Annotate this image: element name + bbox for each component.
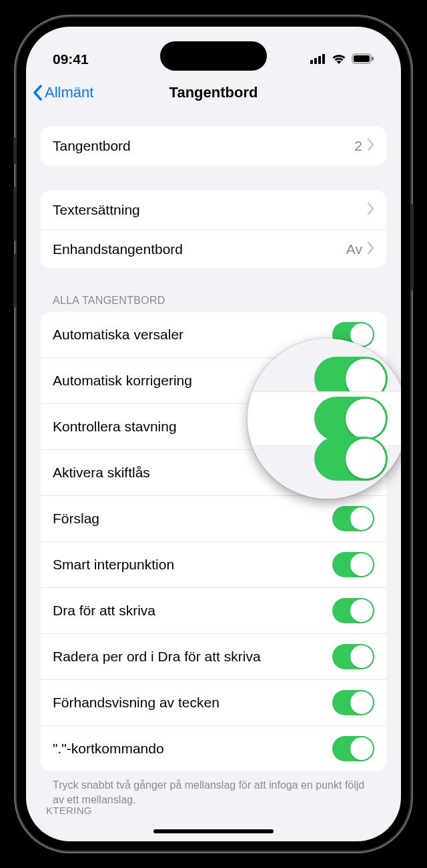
chevron-right-icon <box>368 202 374 218</box>
magnified-toggle-icon <box>314 397 388 441</box>
side-button <box>13 137 17 164</box>
iphone-frame: 09:41 Allmänt Tangentbord <box>17 17 410 851</box>
chevron-right-icon <box>368 241 374 257</box>
battery-icon <box>352 51 374 67</box>
magnified-row-auto-correction <box>248 391 401 445</box>
row-one-handed-keyboard[interactable]: Enhandstangentbord Av <box>41 229 386 268</box>
svg-rect-1 <box>314 58 317 64</box>
wifi-icon <box>332 51 346 67</box>
toggle-switch[interactable] <box>332 736 374 761</box>
row-label: Automatiska versaler <box>53 327 332 343</box>
toggle-switch[interactable] <box>332 506 374 531</box>
clock: 09:41 <box>53 51 89 67</box>
row-label: Förslag <box>53 511 332 527</box>
svg-rect-2 <box>318 56 321 64</box>
row-smart-punctuation: Smart interpunktion <box>41 541 386 587</box>
screen: 09:41 Allmänt Tangentbord <box>26 27 401 841</box>
cutoff-text: KTERING <box>46 805 92 816</box>
chevron-left-icon <box>33 85 43 101</box>
row-keyboards[interactable]: Tangentbord 2 <box>41 127 386 165</box>
row-text-replacement[interactable]: Textersättning <box>41 191 386 229</box>
magnifier-callout <box>248 339 401 499</box>
row-delete-slide-word: Radera per ord i Dra för att skriva <box>41 633 386 679</box>
toggle-switch[interactable] <box>332 644 374 669</box>
home-indicator[interactable] <box>153 829 274 833</box>
row-slide-to-type: Dra för att skriva <box>41 587 386 633</box>
toggle-switch[interactable] <box>332 552 374 577</box>
group-keyboards: Tangentbord 2 <box>41 127 386 165</box>
svg-rect-5 <box>354 55 370 62</box>
toggle-switch[interactable] <box>332 690 374 715</box>
row-character-preview: Förhandsvisning av tecken <box>41 679 386 725</box>
row-predictive: Förslag <box>41 495 386 541</box>
row-label: Enhandstangentbord <box>53 241 346 257</box>
toggle-switch[interactable] <box>332 598 374 623</box>
section-header-all-keyboards: ALLA TANGENTBORD <box>41 295 386 312</box>
row-label: Textersättning <box>53 202 368 218</box>
row-period-shortcut: "."-kortkommando <box>41 725 386 771</box>
row-label: Smart interpunktion <box>53 557 332 573</box>
back-label: Allmänt <box>45 84 93 101</box>
volume-down-button <box>13 254 17 307</box>
cellular-icon <box>310 51 326 67</box>
svg-rect-0 <box>310 60 313 64</box>
chevron-right-icon <box>368 138 374 154</box>
group-text-options: Textersättning Enhandstangentbord Av <box>41 191 386 268</box>
row-value: 2 <box>354 138 362 154</box>
row-label: Förhandsvisning av tecken <box>53 695 332 711</box>
dynamic-island <box>160 41 267 71</box>
row-label: Radera per ord i Dra för att skriva <box>53 649 332 665</box>
row-label: Dra för att skriva <box>53 603 332 619</box>
row-label: "."-kortkommando <box>53 741 332 757</box>
navigation-bar: Allmänt Tangentbord <box>26 73 401 113</box>
row-label: Tangentbord <box>53 138 354 154</box>
section-footer: Tryck snabbt två gånger på mellanslag fö… <box>41 771 386 807</box>
power-button <box>410 204 414 291</box>
magnified-toggle-icon <box>314 437 388 481</box>
row-value: Av <box>346 241 362 257</box>
back-button[interactable]: Allmänt <box>33 84 93 101</box>
svg-rect-3 <box>322 54 325 64</box>
volume-up-button <box>13 187 17 241</box>
svg-rect-6 <box>372 57 374 61</box>
